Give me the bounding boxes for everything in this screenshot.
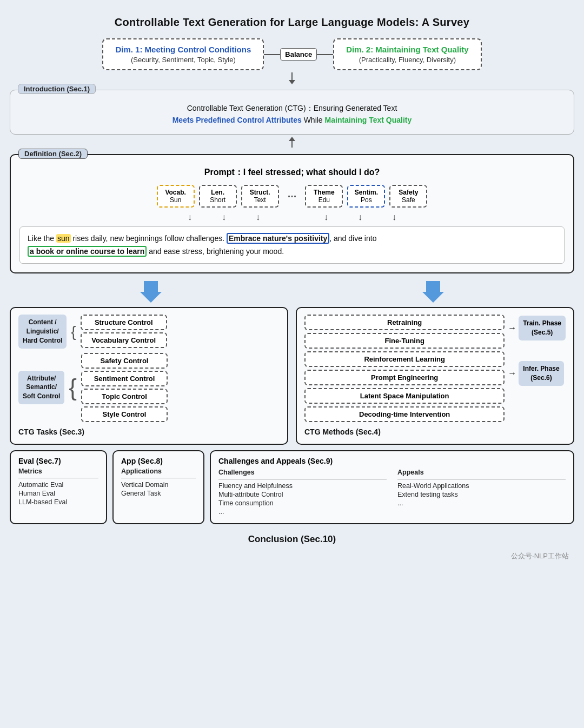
eval-title: Eval (Sec.7) [18, 457, 98, 465]
app-item-2: General Task [121, 490, 196, 497]
arrow-v6: ↓ [392, 212, 396, 222]
task-item-style: Style Control [81, 406, 168, 422]
task-group-2-label: Attribute/ Semantic/ Soft Control [18, 371, 64, 404]
arrow-down-icon [289, 80, 295, 84]
task-item-vocabulary: Vocabulary Control [81, 332, 167, 348]
infer-row1: → Infer. Phase(Sec.6) [508, 361, 563, 386]
intro-green: Maintaining Text Quality [325, 116, 412, 124]
task-group-2: Attribute/ Semantic/ Soft Control { Safe… [18, 353, 280, 422]
infer-phase-box: Infer. Phase(Sec.6) [519, 361, 563, 386]
method-retraining: Retraining [304, 315, 505, 330]
method-latent: Latent Space Manipulation [304, 388, 505, 404]
vocab-box-sub-4: Edu [311, 196, 336, 204]
app-title: App (Sec.8) [121, 457, 196, 465]
ctg-tasks-col: Content / Linguistic/ Hard Control { Str… [10, 307, 288, 445]
appeals-divider [397, 479, 566, 479]
big-arrow-right [422, 281, 444, 303]
eval-item-1: Automatic Eval [18, 481, 98, 489]
arrow-v5: ↓ [358, 212, 362, 222]
eval-item-3: LLM-based Eval [18, 498, 98, 506]
vocab-box-sub-2: Short [205, 196, 230, 204]
dim1-sub: (Security, Sentiment, Topic, Style) [115, 56, 251, 64]
highlight-embrace: Embrace nature's positivity [227, 233, 329, 244]
app-category: Applications [121, 467, 196, 475]
v-line [291, 72, 293, 80]
vocab-box-sub-3: Text [248, 196, 273, 204]
vocab-box-sub-1: Sun [163, 196, 188, 204]
intro-mid: While [302, 116, 325, 124]
vocab-box-safety: Safety Safe [389, 185, 427, 208]
appeal-item-3: ... [397, 499, 566, 507]
vocab-box-title-5: Sentim. [354, 189, 379, 196]
vocab-box-title-3: Struct. [248, 189, 273, 196]
big-arrow-body-left [144, 281, 158, 292]
v-line2 [291, 141, 293, 148]
vocab-box-title-1: Vocab. [163, 189, 188, 196]
vocab-box-len: Len. Short [199, 185, 237, 208]
eval-item-2: Human Eval [18, 490, 98, 497]
arrow-infer1: → [508, 369, 516, 378]
def-prompt: Prompt：I feel stressed; what should I do… [19, 167, 565, 178]
challenge-item-1: Fluency and Helpfulness [218, 482, 387, 490]
method-rl: Reinforcement Learning [304, 351, 505, 367]
two-columns: Content / Linguistic/ Hard Control { Str… [10, 307, 574, 445]
task-item-safety: Safety Control [81, 353, 168, 369]
bottom-row: Eval (Sec.7) Metrics Automatic Eval Huma… [10, 450, 574, 524]
task-group-2-items: Safety Control Sentiment Control Topic C… [81, 353, 168, 422]
vocab-box-struct: Struct. Text [241, 185, 279, 208]
page-container: Controllable Text Generation for Large L… [10, 10, 574, 561]
methods-inner: Retraining Fine-Tuning Reinforcement Lea… [304, 315, 566, 422]
gen-text-box: Like the sun rises daily, new beginnings… [19, 226, 565, 264]
brace-2: { [69, 353, 77, 422]
task-item-sentiment: Sentiment Control [81, 371, 168, 386]
task-group-1: Content / Linguistic/ Hard Control { Str… [18, 315, 280, 348]
arrows-down-row: ↓ ↓ ↓ ↓ ↓ ↓ ↓ [19, 212, 565, 222]
vocab-box-title-2: Len. [205, 189, 230, 196]
task-group-1-label: Content / Linguistic/ Hard Control [18, 315, 67, 348]
gen-text-pre: Like the [28, 234, 56, 243]
intro-text: Controllable Text Generation (CTG)：Ensur… [20, 102, 564, 126]
h-line-right [317, 54, 333, 55]
challenge-item-3: Time consumption [218, 499, 387, 507]
app-box: App (Sec.8) Applications Vertical Domain… [112, 450, 204, 524]
gen-text-mid2: , and dive into [329, 234, 376, 243]
ctg-methods-footer: CTG Methods (Sec.4) [304, 428, 566, 436]
big-arrow-left [140, 281, 162, 303]
train-row1: → Train. Phase(Sec.5) [508, 316, 566, 340]
dim2-sub: (Practicality, Fluency, Diversity) [346, 56, 468, 64]
challenges-box: Challenges and Appeals (Sec.9) Challenge… [210, 450, 574, 524]
big-arrow-head-left [140, 292, 162, 303]
method-finetuning: Fine-Tuning [304, 333, 505, 349]
ctg-methods-col: Retraining Fine-Tuning Reinforcement Lea… [296, 307, 574, 445]
task-group-1-label-wrap: Content / Linguistic/ Hard Control [18, 315, 67, 348]
vocab-box-vocab: Vocab. Sun [157, 185, 195, 208]
gen-text-post: and ease stress, brightening your mood. [147, 247, 284, 256]
intro-blue: Meets Predefined Control Attributes [172, 116, 302, 124]
arrow-v4: ↓ [324, 212, 328, 222]
train-phase-box: Train. Phase(Sec.5) [519, 316, 566, 340]
infer-phase-group: → Infer. Phase(Sec.6) [508, 361, 566, 404]
vocab-box-sentim: Sentim. Pos [347, 185, 385, 208]
dim2-box: Dim. 2: Maintaining Text Quality (Practi… [333, 38, 481, 70]
def-label: Definition (Sec.2) [18, 149, 88, 159]
task-group-1-items: Structure Control Vocabulary Control [81, 315, 167, 348]
intro-section: Introduction (Sec.1) Controllable Text G… [10, 90, 574, 135]
dimensions-row: Dim. 1: Meeting Control Conditions (Secu… [10, 38, 574, 70]
arrow-train1: → [508, 323, 516, 333]
eval-category: Metrics [18, 467, 98, 475]
vocab-boxes-row: Vocab. Sun Len. Short Struct. Text ··· T… [19, 185, 565, 208]
vocab-dots: ··· [283, 185, 301, 208]
big-arrows-row [10, 281, 574, 303]
train-phase-group: → Train. Phase(Sec.5) [508, 316, 566, 358]
vocab-box-sub-5: Pos [354, 196, 379, 204]
arrow-v2: ↓ [222, 212, 226, 222]
dim1-title: Dim. 1: Meeting Control Conditions [115, 45, 251, 54]
appeal-item-1: Real-World Applications [397, 482, 566, 490]
h-line-left [264, 54, 280, 55]
challenges-divider [218, 479, 387, 479]
eval-divider [18, 478, 98, 478]
highlight-sun: sun [56, 234, 71, 243]
vocab-box-title-6: Safety [396, 189, 421, 196]
challenges-category: Challenges [218, 469, 387, 476]
def-section: Definition (Sec.2) Prompt：I feel stresse… [10, 154, 574, 274]
